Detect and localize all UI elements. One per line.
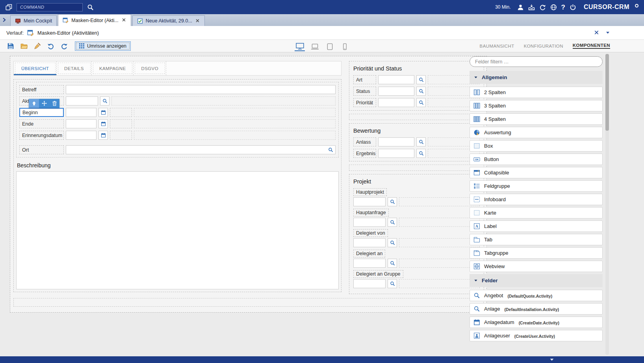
field-label-erinnerungsdatum[interactable]: Erinnerungsdatum <box>19 131 64 140</box>
field-label[interactable]: Anlass <box>353 137 376 146</box>
component-item[interactable]: Tab <box>470 234 603 245</box>
field-input[interactable] <box>378 137 414 146</box>
lookup-button[interactable] <box>416 98 426 107</box>
window-switcher-icon[interactable] <box>6 4 12 11</box>
device-tablet-button[interactable] <box>325 41 335 51</box>
close-tab-icon[interactable] <box>122 18 126 22</box>
form-tab-dsgvo[interactable]: DSGVO <box>134 61 166 75</box>
field-input-betreff[interactable] <box>66 85 336 94</box>
user-icon[interactable] <box>517 4 524 11</box>
move-button[interactable] <box>39 99 49 108</box>
field-input-erinnerungsdatum[interactable] <box>66 131 97 140</box>
section-header-allgemein[interactable]: Allgemein <box>470 71 603 84</box>
inbox-icon[interactable] <box>528 4 535 11</box>
component-item[interactable]: Button <box>470 154 603 165</box>
command-input[interactable] <box>17 3 83 11</box>
lookup-button[interactable] <box>100 96 109 106</box>
help-button[interactable]: ? <box>561 4 565 11</box>
component-filter-input[interactable] <box>470 56 603 67</box>
field-label[interactable]: Priorität <box>353 98 376 107</box>
delete-button[interactable] <box>49 99 59 108</box>
field-label[interactable]: Delegiert von <box>353 229 388 237</box>
field-input[interactable] <box>378 149 414 158</box>
lookup-button[interactable] <box>416 75 426 84</box>
component-item[interactable]: Tabgruppe <box>470 247 603 259</box>
field-label-betreff[interactable]: Betreff <box>19 85 64 94</box>
field-input[interactable] <box>353 259 386 268</box>
undo-button[interactable] <box>46 41 56 51</box>
search-icon[interactable] <box>87 4 94 11</box>
component-item[interactable]: Label <box>470 220 603 232</box>
component-item[interactable]: 3 Spalten <box>470 100 603 111</box>
section-header-felder[interactable]: Felder <box>470 274 603 287</box>
logout-power-icon[interactable] <box>570 4 576 11</box>
device-laptop-button[interactable] <box>310 41 320 51</box>
device-desktop-button[interactable] <box>295 41 305 51</box>
field-input-ende[interactable] <box>66 119 97 128</box>
component-item[interactable]: Anlageuser (CreateUser.Activity) <box>470 330 603 341</box>
lookup-button[interactable] <box>388 238 397 247</box>
field-textarea-beschreibung[interactable] <box>16 171 339 289</box>
form-tab-uebersicht[interactable]: ÜBERSICHT <box>14 61 57 75</box>
field-input[interactable] <box>378 98 414 107</box>
tab-neue-aktivitaet[interactable]: Neue Aktivität, 29.0... <box>132 15 205 26</box>
lookup-button[interactable] <box>388 259 397 268</box>
open-button[interactable] <box>19 41 29 51</box>
close-icon[interactable] <box>594 30 599 35</box>
lookup-button[interactable] <box>388 197 397 206</box>
tab-mein-cockpit[interactable]: Mein Cockpit <box>10 15 57 26</box>
redo-button[interactable] <box>59 41 69 51</box>
form-tab-kampagne[interactable]: KAMPAGNE <box>92 61 134 75</box>
component-item[interactable]: Infoboard <box>470 194 603 205</box>
field-label-beginn[interactable]: Beginn <box>19 108 64 117</box>
refresh-icon[interactable] <box>539 4 546 11</box>
outline-toggle-button[interactable]: Umrisse anzeigen <box>75 41 131 51</box>
field-label[interactable]: Delegiert an <box>353 250 385 257</box>
tabbar-overflow-icon[interactable] <box>2 17 10 24</box>
component-item[interactable]: Angebot (DefaultQuote.Activity) <box>470 290 603 301</box>
component-item[interactable]: Karte <box>470 207 603 219</box>
close-tab-icon[interactable] <box>196 19 200 23</box>
component-item[interactable]: Collapsible <box>470 167 603 178</box>
field-input[interactable] <box>353 279 386 288</box>
field-input[interactable] <box>353 218 386 227</box>
calendar-button[interactable] <box>98 108 108 117</box>
calendar-button[interactable] <box>98 119 108 128</box>
form-tab-details[interactable]: DETAILS <box>57 61 92 75</box>
move-up-button[interactable] <box>29 99 39 108</box>
nav-komponenten[interactable]: KOMPONENTEN <box>573 43 610 49</box>
field-label[interactable]: Ergebnis <box>353 149 376 158</box>
field-input[interactable] <box>378 87 414 96</box>
field-label[interactable]: Status <box>353 87 376 96</box>
calendar-button[interactable] <box>98 131 108 140</box>
field-input-beginn[interactable] <box>66 108 97 117</box>
device-phone-button[interactable] <box>340 41 350 51</box>
clean-button[interactable] <box>32 41 43 51</box>
component-item[interactable]: Anlage (DefaultInstallation.Activity) <box>470 303 603 315</box>
nav-baumansicht[interactable]: BAUMANSICHT <box>480 44 514 48</box>
scroll-down-icon[interactable] <box>549 357 554 362</box>
components-scrollbar[interactable] <box>605 54 609 355</box>
editor-canvas[interactable]: ÜBERSICHT DETAILS KAMPAGNE DSGVO Betreff… <box>10 56 487 313</box>
lookup-button[interactable] <box>388 218 397 227</box>
field-input[interactable] <box>353 197 386 206</box>
tab-masken-editor[interactable]: Masken-Editor (Akti... <box>58 14 131 26</box>
save-button[interactable] <box>6 41 16 51</box>
component-item[interactable]: Box <box>470 140 603 152</box>
component-item[interactable]: Webview <box>470 261 603 272</box>
field-label[interactable]: Art <box>353 75 376 84</box>
lookup-button[interactable] <box>416 149 426 158</box>
component-item[interactable]: Auswertung <box>470 127 603 138</box>
field-input-ort[interactable] <box>66 145 336 154</box>
globe-icon[interactable] <box>550 4 557 11</box>
component-item[interactable]: 2 Spalten <box>470 87 603 98</box>
nav-konfiguration[interactable]: KONFIGURATION <box>524 44 563 48</box>
component-item[interactable]: 4 Spalten <box>470 113 603 125</box>
scrollbar-thumb[interactable] <box>605 54 609 131</box>
field-label-ort[interactable]: Ort <box>19 145 64 154</box>
component-item[interactable]: Anlagedatum (CreateDate.Activity) <box>470 317 603 328</box>
field-label[interactable]: Hauptprojekt <box>353 188 387 196</box>
field-label-ende[interactable]: Ende <box>19 119 64 128</box>
chevron-down-icon[interactable] <box>605 31 610 35</box>
field-label[interactable]: Hauptanfrage <box>353 209 389 217</box>
